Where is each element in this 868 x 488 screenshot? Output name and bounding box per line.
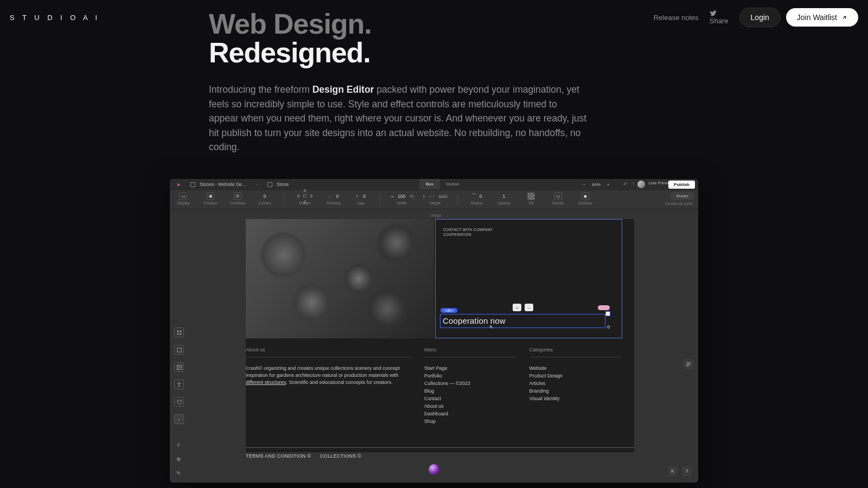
border-icon[interactable]: ◻ [554, 192, 562, 200]
image-tool[interactable] [174, 362, 184, 372]
keyboard-shortcuts-button[interactable]: K [668, 466, 678, 476]
site-footer: About us Crash© organizing and creates u… [246, 347, 634, 459]
card-heading: CONTACT WITH COMPANYCOOPERATION [443, 227, 493, 237]
tool-column: T › [174, 328, 184, 424]
cursor-icon: ↖ [489, 324, 494, 330]
hero: Web Design. Redesigned. Introducing the … [209, 10, 589, 155]
frame-tool[interactable] [174, 328, 184, 337]
list-item[interactable]: Collections — ©2023 [424, 380, 516, 388]
selected-element[interactable]: <div> Cooperation now ↖ ⚙ [440, 314, 605, 328]
footer-categories-list: WebsiteProduct DesignArticlesBrandingVis… [529, 365, 621, 403]
layers-panel-button[interactable] [683, 359, 694, 370]
footer-legal: TERMS AND CONDITION © COLLECTIONS © [246, 453, 634, 459]
footer-menu-list: Start PagePortfolioCollections — ©2023Bl… [424, 365, 516, 426]
tool-column-bottom: ◊ ⊕ ✎ [174, 440, 183, 477]
breadcrumb-project[interactable]: Stones - Website De… [190, 182, 246, 187]
padding-input[interactable]: ⸬ 0 [328, 192, 339, 200]
rectangle-tool[interactable] [174, 345, 184, 355]
redo-button[interactable]: ↷ [631, 182, 635, 187]
artboard[interactable]: CONTACT WITH COMPANYCOOPERATION • – <div… [246, 219, 634, 452]
footer-col1-heading: About us [246, 347, 411, 352]
arrow-up-right-icon [841, 15, 847, 21]
zindex-input[interactable]: 0 [264, 192, 266, 200]
editor-topbar: ➤ Stones - Website De… › Stone Box Motio… [170, 179, 698, 190]
eyedropper-icon[interactable]: ✎ [174, 468, 183, 477]
hero-body: Introducing the freeform Design Editor p… [209, 82, 589, 155]
pointer-icon[interactable]: ➤ [176, 182, 181, 188]
footer-col2-heading: Menu [424, 347, 516, 352]
list-item[interactable]: Product Design [529, 373, 621, 380]
list-item[interactable]: Dashboard [424, 410, 516, 418]
list-item[interactable]: Articles [529, 380, 621, 388]
share-link[interactable]: Share [710, 10, 729, 25]
ruler-label: 1440px [246, 214, 626, 217]
release-notes-link[interactable]: Release notes [654, 14, 699, 22]
gear-icon[interactable]: ⚙ [607, 325, 611, 330]
footer-about-text: Crash© organizing and creates unique col… [246, 365, 411, 386]
conditional-styles-label: Conditional styles [665, 202, 693, 206]
zoom-controls: − 84% + [581, 179, 611, 190]
selection-tag: <div> [441, 308, 457, 313]
modes-button[interactable]: Modes [671, 192, 694, 200]
zoom-out-button[interactable]: − [581, 182, 588, 187]
list-item[interactable]: Blog [424, 388, 516, 395]
list-item[interactable]: Website [529, 365, 621, 373]
login-button[interactable]: Login [739, 8, 781, 27]
contact-card[interactable]: CONTACT WITH COMPANYCOOPERATION • – <div… [435, 219, 622, 338]
ai-orb-button[interactable] [429, 464, 439, 475]
card-pill[interactable] [598, 305, 610, 310]
svg-point-2 [178, 366, 179, 367]
position-icon[interactable]: ▣ [207, 192, 214, 200]
display-icon[interactable]: ▭ [180, 192, 187, 200]
bookmark-icon[interactable]: ◊ [174, 440, 183, 449]
editor-window: ➤ Stones - Website De… › Stone Box Motio… [170, 179, 698, 483]
opacity-input[interactable]: 1 [503, 192, 506, 200]
chevron-right-icon: › [256, 182, 258, 187]
svg-rect-0 [177, 348, 181, 351]
fill-icon[interactable] [527, 192, 535, 200]
logo: S T U D I O A I [10, 14, 100, 22]
zoom-in-button[interactable]: + [605, 182, 611, 187]
terms-link[interactable]: TERMS AND CONDITION © [246, 453, 311, 459]
more-tools[interactable]: › [174, 414, 184, 424]
publish-button[interactable]: Publish [668, 181, 695, 189]
breadcrumb-page[interactable]: Stone [267, 182, 289, 187]
property-bar: ▭Display ▣Position ⊟Overflow 0Z-index 00… [170, 190, 698, 209]
width-input[interactable]: ↔ 100 % [390, 192, 414, 200]
zoom-value: 84% [592, 182, 601, 187]
canvas[interactable]: 1440px T › ◊ ⊕ ✎ CONTACT WITH COMPANYCOO… [170, 209, 698, 483]
twitter-icon [710, 10, 717, 17]
gap-input[interactable]: × 0 [356, 192, 366, 200]
tab-box[interactable]: Box [419, 179, 440, 189]
list-item[interactable]: Visual Identity [529, 395, 621, 403]
list-item[interactable]: About us [424, 403, 516, 410]
radius-input[interactable]: ⌒ 0 [471, 192, 482, 200]
doc-icon [190, 182, 195, 187]
card-chip-1[interactable]: • [513, 304, 521, 311]
favorite-tool[interactable] [174, 397, 184, 407]
card-chip-2[interactable]: – [525, 304, 533, 311]
resize-handle[interactable] [605, 311, 610, 316]
join-waitlist-button[interactable]: Join Waitlist [786, 8, 858, 27]
footer-col3-heading: Categories [529, 347, 621, 352]
margin-input[interactable]: 00 00 [298, 192, 312, 200]
globe-icon[interactable]: ⊕ [174, 454, 183, 463]
page-icon [267, 182, 272, 187]
footer-link-structures[interactable]: different structures [246, 380, 286, 385]
list-item[interactable]: Branding [529, 388, 621, 395]
text-tool[interactable]: T [174, 380, 184, 389]
list-item[interactable]: Shop [424, 418, 516, 426]
hero-heading: Web Design. Redesigned. [209, 10, 589, 67]
list-item[interactable]: Contact [424, 395, 516, 403]
collections-link[interactable]: COLLECTIONS © [320, 453, 361, 459]
help-button[interactable]: ? [682, 466, 692, 476]
list-item[interactable]: Start Page [424, 365, 516, 373]
overflow-icon[interactable]: ⊟ [234, 192, 241, 200]
undo-button[interactable]: ↶ [623, 182, 628, 187]
height-input[interactable]: ↕ ---- auto [423, 192, 448, 200]
avatar[interactable] [637, 181, 645, 188]
list-item[interactable]: Portfolio [424, 373, 516, 380]
tab-motion[interactable]: Motion [440, 179, 466, 189]
selection-text: Cooperation now [443, 316, 506, 325]
shadow-icon[interactable]: ◼ [582, 192, 589, 200]
